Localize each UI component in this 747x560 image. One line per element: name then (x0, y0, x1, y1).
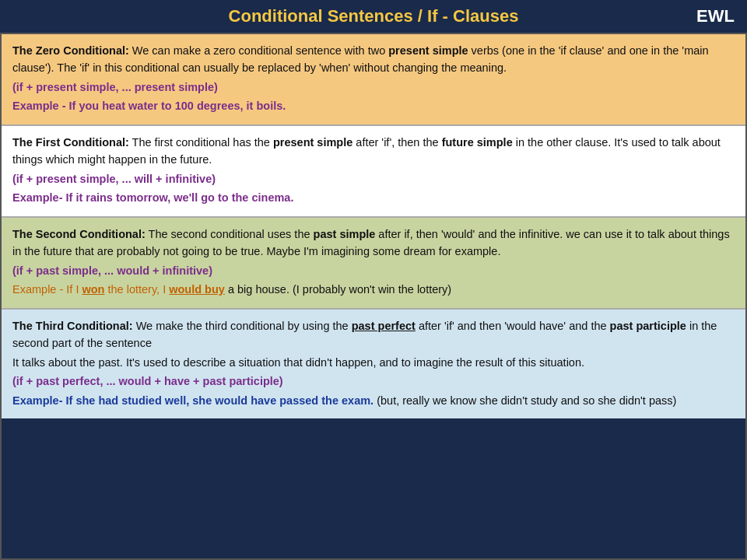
third-conditional-section: The Third Conditional: We make the third… (2, 310, 745, 418)
third-example: Example- If she had studied well, she wo… (12, 392, 735, 409)
third-conditional-body2: It talks about the past. It's used to de… (12, 354, 735, 371)
first-example: Example- If it rains tomorrow, we'll go … (12, 189, 735, 206)
second-conditional-section: The Second Conditional: The second condi… (2, 218, 745, 310)
second-example: Example - If I won the lottery, I would … (12, 281, 735, 298)
first-conditional-body: The First Conditional: The first conditi… (12, 134, 735, 169)
main-content: The Zero Conditional: We can make a zero… (0, 33, 747, 560)
third-formula: (if + past perfect, ... would + have + p… (12, 373, 735, 390)
zero-formula: (if + present simple, ... present simple… (12, 79, 735, 96)
third-conditional-body: The Third Conditional: We make the third… (12, 317, 735, 352)
zero-heading: The Zero Conditional: (12, 44, 129, 57)
second-formula: (if + past simple, ... would + infinitiv… (12, 262, 735, 279)
third-heading: The Third Conditional: (12, 320, 133, 332)
zero-example: Example - If you heat water to 100 degre… (12, 97, 735, 114)
zero-conditional-body: The Zero Conditional: We can make a zero… (12, 42, 735, 77)
first-conditional-section: The First Conditional: The first conditi… (2, 126, 745, 218)
page-title: Conditional Sentences / If - Clauses (229, 6, 519, 26)
page-header: Conditional Sentences / If - Clauses EWL (0, 0, 747, 33)
first-heading: The First Conditional: (12, 136, 129, 149)
second-heading: The Second Conditional: (12, 228, 146, 240)
first-formula: (if + present simple, ... will + infinit… (12, 170, 735, 187)
ewl-label: EWL (696, 6, 735, 26)
second-conditional-body: The Second Conditional: The second condi… (12, 226, 735, 261)
zero-conditional-section: The Zero Conditional: We can make a zero… (2, 34, 745, 126)
